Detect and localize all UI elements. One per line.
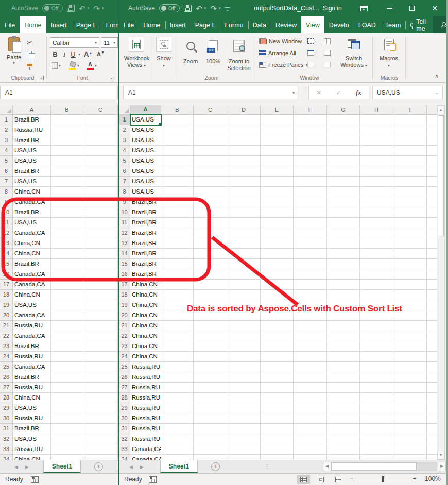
zoom-out-icon[interactable]: − xyxy=(350,475,353,482)
grid-cell[interactable] xyxy=(83,135,118,146)
row-header-4[interactable]: 4 xyxy=(0,146,13,156)
ribbon-tab-formu[interactable]: Formu xyxy=(101,16,118,33)
page-layout-view-button[interactable] xyxy=(314,475,328,484)
grid-cell[interactable] xyxy=(161,166,194,177)
grid-cell[interactable] xyxy=(161,156,194,166)
grid-cell[interactable] xyxy=(360,218,393,228)
grid-cell[interactable] xyxy=(294,424,327,434)
grid-cell[interactable]: Brazil,BR xyxy=(130,259,161,269)
show-button[interactable]: Show▾ xyxy=(153,37,175,69)
row-header-2[interactable]: 2 xyxy=(0,125,13,135)
grid-cell[interactable] xyxy=(294,269,327,280)
column-header-A[interactable]: A xyxy=(13,105,51,115)
grid-cell[interactable] xyxy=(393,383,427,393)
freeze-panes-button[interactable]: Freeze Panes▾ xyxy=(259,62,307,68)
grid-cell[interactable]: Canada,CA xyxy=(130,444,161,455)
zoom-slider[interactable] xyxy=(357,479,409,479)
grid-cell[interactable]: Brazil,BR xyxy=(13,115,51,125)
grid-cell[interactable] xyxy=(161,135,194,146)
grid-cell[interactable] xyxy=(261,166,294,177)
row-header-32[interactable]: 32 xyxy=(0,434,13,444)
grid-cell[interactable] xyxy=(327,228,360,238)
grid-cell[interactable] xyxy=(427,331,437,341)
close-button[interactable]: ✕ xyxy=(427,0,442,16)
grid-cell[interactable]: Russia,RU xyxy=(13,352,51,362)
grid-cell[interactable] xyxy=(51,259,83,269)
grid-cell[interactable]: China,CN xyxy=(130,321,161,331)
row-header-12[interactable]: 12 xyxy=(119,228,130,238)
grid-cell[interactable] xyxy=(427,310,437,321)
select-all-corner[interactable] xyxy=(0,105,13,115)
view-side-by-side-button[interactable] xyxy=(324,38,331,44)
grid-cell[interactable] xyxy=(393,331,427,341)
grid-cell[interactable] xyxy=(161,187,194,197)
grid-cell[interactable]: USA,US xyxy=(130,177,161,187)
scroll-right-icon[interactable]: ▶ xyxy=(438,462,446,471)
grid-cell[interactable] xyxy=(427,207,437,218)
grid-cell[interactable] xyxy=(83,444,118,455)
grid-cell[interactable]: Brazil,BR xyxy=(130,228,161,238)
grid-cell[interactable] xyxy=(327,249,360,259)
grid-cell[interactable] xyxy=(83,156,118,166)
grid-cell[interactable] xyxy=(227,197,261,207)
undo-icon[interactable]: ↶ xyxy=(79,5,85,12)
grid-cell[interactable] xyxy=(427,434,437,444)
grid-cell[interactable] xyxy=(393,362,427,372)
grid-cell[interactable] xyxy=(227,207,261,218)
grid-cell[interactable] xyxy=(194,362,227,372)
grid-cell[interactable] xyxy=(51,290,83,300)
grid-cell[interactable]: China,CN xyxy=(13,238,51,249)
row-header-10[interactable]: 10 xyxy=(0,207,13,218)
grid-cell[interactable]: Canada,CA xyxy=(13,362,51,372)
grid-cell[interactable] xyxy=(83,280,118,290)
grid-cell[interactable]: Brazil,BR xyxy=(130,207,161,218)
grid-cell[interactable] xyxy=(427,197,437,207)
grid-cell[interactable] xyxy=(83,413,118,424)
grid-cell[interactable] xyxy=(294,238,327,249)
font-dialog-launcher[interactable] xyxy=(110,76,114,80)
grid-cell[interactable] xyxy=(360,156,393,166)
grid-cell[interactable] xyxy=(194,341,227,352)
grid-cell[interactable] xyxy=(393,280,427,290)
grid-cell[interactable]: Russia,RU xyxy=(130,424,161,434)
grid-cell[interactable] xyxy=(227,290,261,300)
row-header-3[interactable]: 3 xyxy=(0,135,13,146)
grid-cell[interactable] xyxy=(261,249,294,259)
grid-cell[interactable] xyxy=(161,341,194,352)
row-header-19[interactable]: 19 xyxy=(119,300,130,310)
grid-cell[interactable] xyxy=(227,321,261,331)
grid-cell[interactable] xyxy=(393,413,427,424)
row-header-6[interactable]: 6 xyxy=(119,166,130,177)
paste-button[interactable]: Paste ▾ xyxy=(3,36,25,76)
column-header-I[interactable]: I xyxy=(393,105,427,115)
ribbon-tab-file[interactable]: File xyxy=(119,16,139,33)
grid-cell[interactable] xyxy=(51,207,83,218)
grid-cell[interactable] xyxy=(294,352,327,362)
grid-cell[interactable] xyxy=(194,290,227,300)
grid-cell[interactable]: China,CN xyxy=(13,187,51,197)
insert-function-icon[interactable]: fx xyxy=(356,89,361,97)
grid-cell[interactable] xyxy=(261,403,294,413)
row-header-3[interactable]: 3 xyxy=(119,135,130,146)
grid-cell[interactable] xyxy=(51,434,83,444)
vertical-scrollbar[interactable]: ▲ ▼ xyxy=(437,105,445,460)
grid-cell[interactable] xyxy=(294,455,327,460)
grid-cell[interactable] xyxy=(161,290,194,300)
grid-cell[interactable] xyxy=(161,434,194,444)
zoom-to-selection-button[interactable]: Zoom toSelection xyxy=(225,38,253,72)
grid-cell[interactable] xyxy=(427,383,437,393)
row-header-25[interactable]: 25 xyxy=(0,362,13,372)
customize-qat-icon[interactable]: —⌄ xyxy=(225,6,230,11)
grid-cell[interactable] xyxy=(261,321,294,331)
macro-record-icon[interactable] xyxy=(31,476,39,483)
grid-cell[interactable]: Brazil,BR xyxy=(130,197,161,207)
grid-cell[interactable]: Canada,CA xyxy=(13,228,51,238)
grid-cell[interactable] xyxy=(360,413,393,424)
grid-cell[interactable] xyxy=(360,197,393,207)
synchronous-scrolling-button[interactable] xyxy=(324,50,331,56)
grid-cell[interactable] xyxy=(294,218,327,228)
grid-cell[interactable] xyxy=(327,269,360,280)
grid-cell[interactable] xyxy=(161,280,194,290)
grid-cell[interactable] xyxy=(261,135,294,146)
grid-cell[interactable] xyxy=(427,218,437,228)
